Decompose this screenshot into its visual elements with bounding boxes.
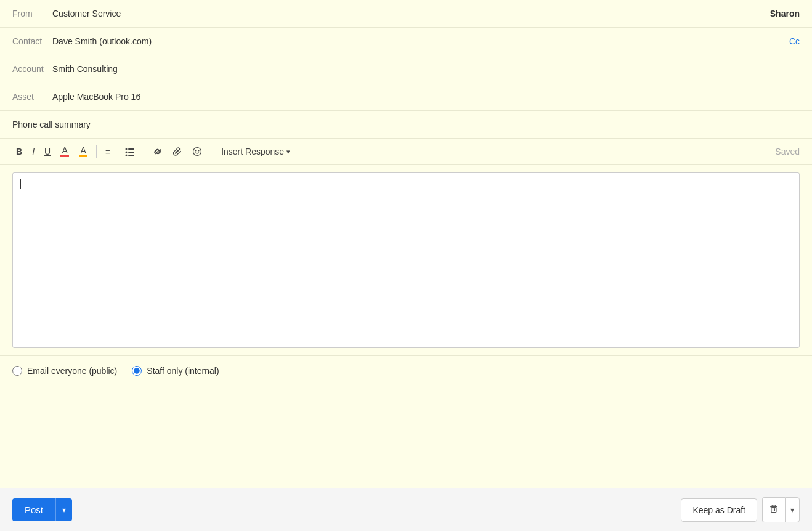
highlight-button[interactable]: A <box>75 144 91 160</box>
svg-point-3 <box>126 152 128 153</box>
internal-label: Staff only (internal) <box>147 366 219 376</box>
svg-point-5 <box>126 155 128 156</box>
post-dropdown-button[interactable]: ▾ <box>56 498 72 521</box>
post-button[interactable]: Post <box>12 498 56 521</box>
internal-radio[interactable] <box>132 366 142 376</box>
ordered-list-button[interactable]: ≡ <box>102 144 119 159</box>
unordered-list-button[interactable] <box>121 144 139 159</box>
subject-row: Phone call summary <box>0 111 812 139</box>
text-color-button[interactable]: A <box>57 144 73 160</box>
internal-option[interactable]: Staff only (internal) <box>132 366 219 376</box>
from-value: Customer Service <box>52 9 770 18</box>
svg-rect-2 <box>128 148 134 150</box>
contact-value: Dave Smith (outlook.com) <box>52 36 789 46</box>
svg-point-7 <box>193 148 201 156</box>
public-option[interactable]: Email everyone (public) <box>12 366 117 376</box>
highlight-bar <box>79 155 87 157</box>
trash-dropdown-arrow: ▾ <box>790 506 794 514</box>
visibility-row: Email everyone (public) Staff only (inte… <box>0 355 812 386</box>
bottom-bar: Post ▾ Keep as Draft ▾ <box>0 488 812 531</box>
asset-value: Apple MacBook Pro 16 <box>52 92 800 102</box>
link-icon <box>153 147 163 156</box>
cc-button[interactable]: Cc <box>789 36 800 46</box>
italic-button[interactable]: I <box>28 144 38 159</box>
underline-button[interactable]: U <box>41 144 54 159</box>
svg-rect-6 <box>128 155 134 156</box>
editor-cursor <box>20 179 21 189</box>
svg-text:≡: ≡ <box>105 147 110 156</box>
trash-btn-group: ▾ <box>762 497 800 522</box>
contact-label: Contact <box>12 36 52 46</box>
attachment-icon <box>173 147 182 156</box>
toolbar-divider-3 <box>211 145 211 158</box>
svg-rect-11 <box>771 508 776 513</box>
trash-dropdown-button[interactable]: ▾ <box>785 497 800 522</box>
emoji-icon <box>192 147 202 156</box>
asset-row: Asset Apple MacBook Pro 16 <box>0 83 812 111</box>
public-radio[interactable] <box>12 366 22 376</box>
attachment-button[interactable] <box>169 144 186 159</box>
agent-name: Sharon <box>770 9 800 18</box>
toolbar-divider-1 <box>96 145 97 158</box>
contact-row: Contact Dave Smith (outlook.com) Cc <box>0 28 812 55</box>
subject-text: Phone call summary <box>12 120 91 129</box>
toolbar-divider-2 <box>144 145 144 158</box>
account-label: Account <box>12 64 52 74</box>
account-value: Smith Consulting <box>52 64 800 74</box>
svg-point-8 <box>195 150 197 152</box>
svg-rect-4 <box>128 152 134 153</box>
trash-button[interactable] <box>762 497 785 522</box>
svg-point-1 <box>126 148 128 150</box>
editor-box[interactable] <box>12 172 800 348</box>
saved-status: Saved <box>775 147 800 156</box>
bold-button[interactable]: B <box>12 144 26 159</box>
unordered-list-icon <box>125 147 135 156</box>
text-color-label: A <box>62 146 67 155</box>
insert-response-arrow: ▾ <box>286 148 290 156</box>
editor-area <box>0 165 812 355</box>
text-color-bar <box>60 155 69 157</box>
svg-point-9 <box>198 150 200 152</box>
ordered-list-icon: ≡ <box>105 147 115 156</box>
insert-response-label: Insert Response <box>221 147 284 156</box>
account-row: Account Smith Consulting <box>0 55 812 83</box>
emoji-button[interactable] <box>189 144 206 159</box>
public-label: Email everyone (public) <box>27 366 117 376</box>
from-label: From <box>12 9 52 18</box>
post-btn-group: Post ▾ <box>12 498 72 521</box>
link-button[interactable] <box>149 144 166 159</box>
highlight-label: A <box>80 146 86 155</box>
from-row: From Customer Service Sharon <box>0 0 812 28</box>
toolbar: B I U A A ≡ <box>0 139 812 165</box>
asset-label: Asset <box>12 92 52 102</box>
post-dropdown-arrow: ▾ <box>62 506 66 514</box>
trash-icon <box>769 504 779 514</box>
keep-draft-button[interactable]: Keep as Draft <box>681 498 757 522</box>
insert-response-button[interactable]: Insert Response ▾ <box>216 144 295 159</box>
